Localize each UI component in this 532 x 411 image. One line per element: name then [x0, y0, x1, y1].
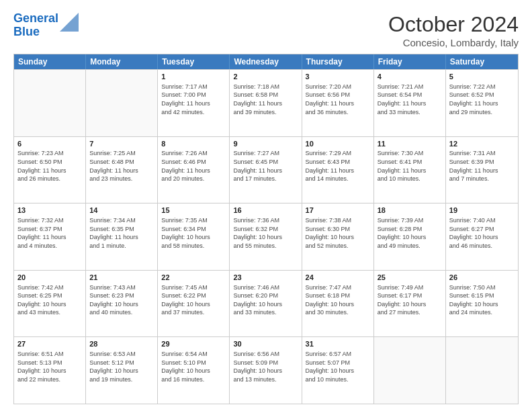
- cell-text-4-2: Sunrise: 6:54 AM Sunset: 5:10 PM Dayligh…: [161, 350, 226, 383]
- cal-cell-3-1: 21Sunrise: 7:43 AM Sunset: 6:23 PM Dayli…: [86, 271, 158, 337]
- cal-cell-4-0: 27Sunrise: 6:51 AM Sunset: 5:13 PM Dayli…: [14, 337, 86, 404]
- cell-text-3-0: Sunrise: 7:42 AM Sunset: 6:25 PM Dayligh…: [17, 283, 82, 317]
- header-monday: Monday: [86, 54, 158, 69]
- logo: GeneralBlue: [13, 12, 79, 39]
- day-num-3-6: 26: [449, 273, 515, 283]
- page: GeneralBlue October 2024 Concesio, Lomba…: [0, 0, 532, 411]
- cal-cell-1-4: 10Sunrise: 7:29 AM Sunset: 6:43 PM Dayli…: [302, 137, 374, 203]
- cal-cell-1-5: 11Sunrise: 7:30 AM Sunset: 6:41 PM Dayli…: [374, 137, 446, 203]
- cal-cell-0-5: 4Sunrise: 7:21 AM Sunset: 6:54 PM Daylig…: [374, 70, 446, 136]
- day-num-4-2: 29: [161, 339, 226, 349]
- cell-text-4-4: Sunrise: 6:57 AM Sunset: 5:07 PM Dayligh…: [306, 350, 370, 383]
- cell-text-0-6: Sunrise: 7:22 AM Sunset: 6:52 PM Dayligh…: [449, 83, 515, 116]
- cal-cell-1-0: 6Sunrise: 7:23 AM Sunset: 6:50 PM Daylig…: [14, 137, 86, 203]
- cal-cell-2-6: 19Sunrise: 7:40 AM Sunset: 6:27 PM Dayli…: [446, 203, 518, 270]
- day-num-1-6: 12: [449, 139, 515, 149]
- cal-cell-2-5: 18Sunrise: 7:39 AM Sunset: 6:28 PM Dayli…: [374, 203, 446, 270]
- day-num-1-0: 6: [17, 139, 82, 149]
- header-wednesday: Wednesday: [230, 54, 302, 69]
- cal-cell-4-5: [374, 337, 446, 404]
- cell-text-3-2: Sunrise: 7:45 AM Sunset: 6:22 PM Dayligh…: [161, 283, 226, 317]
- cal-cell-4-3: 30Sunrise: 6:56 AM Sunset: 5:09 PM Dayli…: [230, 337, 302, 404]
- day-num-2-4: 17: [306, 205, 370, 216]
- day-num-3-0: 20: [17, 273, 82, 283]
- header-friday: Friday: [374, 54, 446, 69]
- calendar: Sunday Monday Tuesday Wednesday Thursday…: [13, 54, 519, 404]
- cal-cell-1-3: 9Sunrise: 7:27 AM Sunset: 6:45 PM Daylig…: [230, 137, 302, 203]
- day-num-3-2: 22: [161, 273, 226, 283]
- cell-text-2-2: Sunrise: 7:35 AM Sunset: 6:34 PM Dayligh…: [161, 216, 226, 250]
- day-num-0-5: 4: [378, 72, 442, 82]
- cal-cell-0-2: 1Sunrise: 7:17 AM Sunset: 7:00 PM Daylig…: [158, 70, 230, 136]
- cal-cell-3-6: 26Sunrise: 7:50 AM Sunset: 6:15 PM Dayli…: [446, 271, 518, 337]
- cell-text-2-3: Sunrise: 7:36 AM Sunset: 6:32 PM Dayligh…: [233, 216, 298, 250]
- cal-cell-3-0: 20Sunrise: 7:42 AM Sunset: 6:25 PM Dayli…: [14, 271, 86, 337]
- cal-cell-2-4: 17Sunrise: 7:38 AM Sunset: 6:30 PM Dayli…: [302, 203, 374, 270]
- cell-text-3-4: Sunrise: 7:47 AM Sunset: 6:18 PM Dayligh…: [306, 283, 370, 317]
- cal-cell-0-1: [86, 70, 158, 136]
- cell-text-1-6: Sunrise: 7:31 AM Sunset: 6:39 PM Dayligh…: [449, 149, 515, 183]
- day-num-3-5: 25: [378, 273, 442, 283]
- day-num-0-4: 3: [306, 72, 370, 82]
- cal-cell-0-6: 5Sunrise: 7:22 AM Sunset: 6:52 PM Daylig…: [446, 70, 518, 136]
- cal-cell-2-0: 13Sunrise: 7:32 AM Sunset: 6:37 PM Dayli…: [14, 203, 86, 270]
- logo-text: GeneralBlue: [13, 12, 58, 39]
- cell-text-2-6: Sunrise: 7:40 AM Sunset: 6:27 PM Dayligh…: [449, 216, 515, 250]
- logo-icon: [60, 13, 79, 32]
- cal-row-2: 13Sunrise: 7:32 AM Sunset: 6:37 PM Dayli…: [14, 203, 518, 270]
- cell-text-3-6: Sunrise: 7:50 AM Sunset: 6:15 PM Dayligh…: [449, 283, 515, 317]
- day-num-0-6: 5: [449, 72, 515, 82]
- cal-cell-0-0: [14, 70, 86, 136]
- cal-cell-2-1: 14Sunrise: 7:34 AM Sunset: 6:35 PM Dayli…: [86, 203, 158, 270]
- cal-row-3: 20Sunrise: 7:42 AM Sunset: 6:25 PM Dayli…: [14, 270, 518, 337]
- header-tuesday: Tuesday: [158, 54, 230, 69]
- header-thursday: Thursday: [302, 54, 374, 69]
- cell-text-2-5: Sunrise: 7:39 AM Sunset: 6:28 PM Dayligh…: [378, 216, 442, 250]
- cal-cell-0-4: 3Sunrise: 7:20 AM Sunset: 6:56 PM Daylig…: [302, 70, 374, 136]
- day-num-3-4: 24: [306, 273, 370, 283]
- calendar-header: Sunday Monday Tuesday Wednesday Thursday…: [14, 54, 518, 69]
- cal-cell-1-6: 12Sunrise: 7:31 AM Sunset: 6:39 PM Dayli…: [446, 137, 518, 203]
- cell-text-4-0: Sunrise: 6:51 AM Sunset: 5:13 PM Dayligh…: [17, 350, 82, 383]
- cal-cell-1-2: 8Sunrise: 7:26 AM Sunset: 6:46 PM Daylig…: [158, 137, 230, 203]
- header: GeneralBlue October 2024 Concesio, Lomba…: [13, 12, 519, 48]
- cal-cell-3-5: 25Sunrise: 7:49 AM Sunset: 6:17 PM Dayli…: [374, 271, 446, 337]
- day-num-4-3: 30: [233, 339, 298, 349]
- day-num-2-6: 19: [449, 205, 515, 216]
- cell-text-1-0: Sunrise: 7:23 AM Sunset: 6:50 PM Dayligh…: [17, 149, 82, 183]
- title-block: October 2024 Concesio, Lombardy, Italy: [388, 12, 519, 48]
- cal-cell-4-2: 29Sunrise: 6:54 AM Sunset: 5:10 PM Dayli…: [158, 337, 230, 404]
- day-num-3-3: 23: [233, 273, 298, 283]
- cell-text-1-2: Sunrise: 7:26 AM Sunset: 6:46 PM Dayligh…: [161, 149, 226, 183]
- cell-text-3-3: Sunrise: 7:46 AM Sunset: 6:20 PM Dayligh…: [233, 283, 298, 317]
- day-num-4-4: 31: [306, 339, 370, 349]
- title-location: Concesio, Lombardy, Italy: [388, 37, 519, 48]
- cal-cell-2-2: 15Sunrise: 7:35 AM Sunset: 6:34 PM Dayli…: [158, 203, 230, 270]
- cell-text-1-1: Sunrise: 7:25 AM Sunset: 6:48 PM Dayligh…: [89, 149, 154, 183]
- cal-row-0: 1Sunrise: 7:17 AM Sunset: 7:00 PM Daylig…: [14, 69, 518, 136]
- cal-row-1: 6Sunrise: 7:23 AM Sunset: 6:50 PM Daylig…: [14, 136, 518, 203]
- cell-text-0-2: Sunrise: 7:17 AM Sunset: 7:00 PM Dayligh…: [161, 83, 226, 116]
- cal-cell-3-2: 22Sunrise: 7:45 AM Sunset: 6:22 PM Dayli…: [158, 271, 230, 337]
- cell-text-2-4: Sunrise: 7:38 AM Sunset: 6:30 PM Dayligh…: [306, 216, 370, 250]
- svg-marker-0: [60, 13, 79, 32]
- day-num-2-5: 18: [378, 205, 442, 216]
- cal-cell-3-3: 23Sunrise: 7:46 AM Sunset: 6:20 PM Dayli…: [230, 271, 302, 337]
- cell-text-2-0: Sunrise: 7:32 AM Sunset: 6:37 PM Dayligh…: [17, 216, 82, 250]
- calendar-body: 1Sunrise: 7:17 AM Sunset: 7:00 PM Daylig…: [14, 69, 518, 404]
- title-month: October 2024: [388, 12, 519, 37]
- cal-cell-1-1: 7Sunrise: 7:25 AM Sunset: 6:48 PM Daylig…: [86, 137, 158, 203]
- day-num-4-0: 27: [17, 339, 82, 349]
- cell-text-3-5: Sunrise: 7:49 AM Sunset: 6:17 PM Dayligh…: [378, 283, 442, 317]
- day-num-1-2: 8: [161, 139, 226, 149]
- cal-cell-2-3: 16Sunrise: 7:36 AM Sunset: 6:32 PM Dayli…: [230, 203, 302, 270]
- cal-cell-0-3: 2Sunrise: 7:18 AM Sunset: 6:58 PM Daylig…: [230, 70, 302, 136]
- cell-text-2-1: Sunrise: 7:34 AM Sunset: 6:35 PM Dayligh…: [89, 216, 154, 250]
- day-num-1-1: 7: [89, 139, 154, 149]
- day-num-2-0: 13: [17, 205, 82, 216]
- cell-text-4-1: Sunrise: 6:53 AM Sunset: 5:12 PM Dayligh…: [89, 350, 154, 383]
- cal-cell-3-4: 24Sunrise: 7:47 AM Sunset: 6:18 PM Dayli…: [302, 271, 374, 337]
- cell-text-0-3: Sunrise: 7:18 AM Sunset: 6:58 PM Dayligh…: [233, 83, 298, 116]
- day-num-2-1: 14: [89, 205, 154, 216]
- cell-text-1-3: Sunrise: 7:27 AM Sunset: 6:45 PM Dayligh…: [233, 149, 298, 183]
